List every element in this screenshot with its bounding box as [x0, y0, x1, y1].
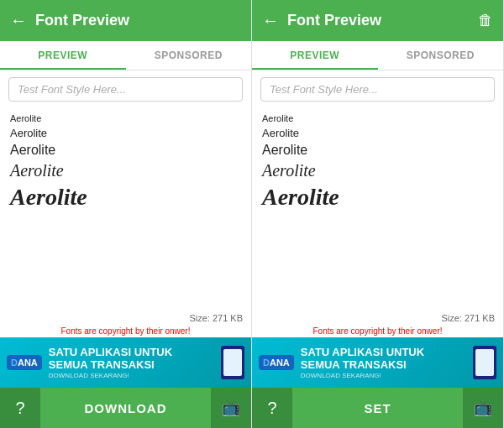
right-help-button[interactable]: ?: [252, 388, 292, 428]
tv-icon: 📺: [474, 399, 492, 417]
list-item: Aerolite: [10, 125, 241, 141]
right-set-button[interactable]: SET: [292, 388, 463, 428]
right-tabs: PREVIEW SPONSORED: [252, 41, 503, 70]
list-item: Aerolite: [10, 141, 241, 159]
left-search-input[interactable]: Test Font Style Here...: [8, 77, 243, 102]
right-trash-button[interactable]: 🗑: [478, 12, 493, 29]
left-help-button[interactable]: ?: [0, 388, 40, 428]
right-ad-phone: [473, 346, 496, 379]
left-back-button[interactable]: ←: [10, 11, 27, 30]
left-ad-banner[interactable]: DANA SATU APLIKASI UNTUKSEMUA TRANSAKSI …: [0, 337, 251, 388]
left-download-button[interactable]: DOWNLOAD: [40, 388, 211, 428]
right-tv-button[interactable]: 📺: [463, 388, 503, 428]
left-panel: ← Font Preview PREVIEW SPONSORED Test Fo…: [0, 0, 252, 428]
question-icon: ?: [267, 399, 276, 418]
list-item: Aerolite: [10, 159, 241, 182]
list-item: Aerolite: [262, 141, 493, 159]
right-panel: ← Font Preview 🗑 PREVIEW SPONSORED Test …: [252, 0, 504, 428]
list-item: Aerolite: [262, 112, 493, 125]
right-ad-logo: DANA: [259, 355, 294, 370]
question-icon: ?: [15, 399, 24, 418]
list-item: Aerolite: [262, 159, 493, 182]
right-font-list: Aerolite Aerolite Aerolite Aerolite Aero…: [252, 108, 503, 311]
left-bottom-bar: ? DOWNLOAD 📺: [0, 388, 251, 428]
list-item: Aerolite: [262, 182, 493, 212]
right-header: ← Font Preview 🗑: [252, 0, 503, 41]
right-header-title: Font Preview: [287, 12, 470, 29]
left-ad-phone: [221, 346, 244, 379]
left-tv-button[interactable]: 📺: [211, 388, 251, 428]
tv-icon: 📺: [222, 399, 240, 417]
left-size-info: Size: 271 KB: [0, 311, 251, 325]
right-search-input[interactable]: Test Font Style Here...: [260, 77, 495, 102]
left-tabs: PREVIEW SPONSORED: [0, 41, 251, 70]
right-back-button[interactable]: ←: [262, 11, 279, 30]
right-size-info: Size: 271 KB: [252, 311, 503, 325]
left-header-title: Font Preview: [35, 12, 241, 29]
right-tab-sponsored[interactable]: SPONSORED: [378, 41, 504, 70]
right-ad-banner[interactable]: DANA SATU APLIKASI UNTUKSEMUA TRANSAKSI …: [252, 337, 503, 388]
list-item: Aerolite: [10, 182, 241, 212]
list-item: Aerolite: [10, 112, 241, 125]
left-ad-text: SATU APLIKASI UNTUKSEMUA TRANSAKSI DOWNL…: [49, 346, 214, 380]
list-item: Aerolite: [262, 125, 493, 141]
left-header: ← Font Preview: [0, 0, 251, 41]
right-copyright: Fonts are copyright by their onwer!: [252, 325, 503, 337]
left-tab-preview[interactable]: PREVIEW: [0, 41, 126, 70]
left-copyright: Fonts are copyright by their onwer!: [0, 325, 251, 337]
right-tab-preview[interactable]: PREVIEW: [252, 41, 378, 70]
left-tab-sponsored[interactable]: SPONSORED: [126, 41, 252, 70]
right-ad-text: SATU APLIKASI UNTUKSEMUA TRANSAKSI DOWNL…: [301, 346, 466, 380]
left-font-list: Aerolite Aerolite Aerolite Aerolite Aero…: [0, 108, 251, 311]
left-ad-logo: DANA: [7, 355, 42, 370]
right-bottom-bar: ? SET 📺: [252, 388, 503, 428]
